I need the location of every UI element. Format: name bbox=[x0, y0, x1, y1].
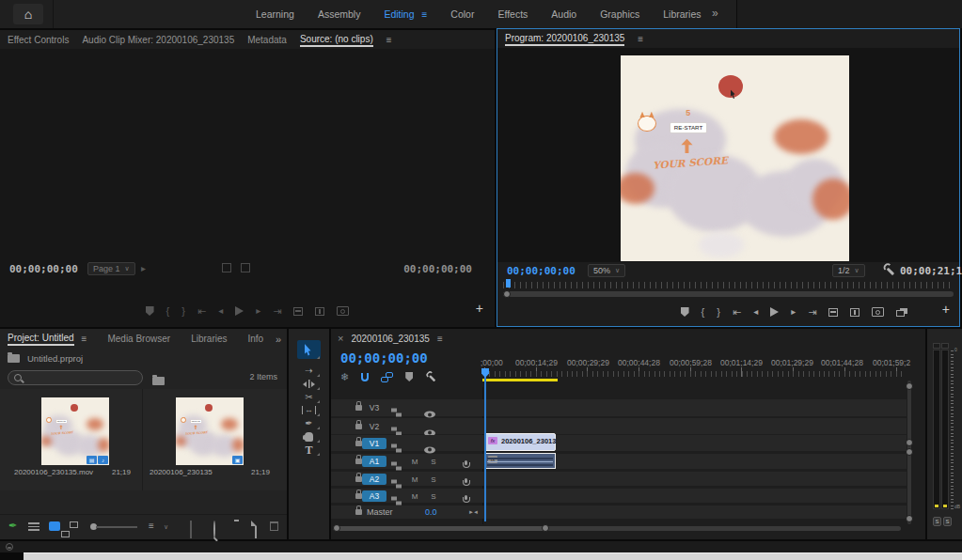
sync-lock-icon[interactable] bbox=[391, 427, 402, 435]
sync-lock-icon[interactable] bbox=[391, 496, 402, 505]
lock-icon[interactable] bbox=[355, 476, 362, 482]
step-forward-icon[interactable]: ▸ bbox=[791, 307, 796, 317]
source-current-timecode[interactable]: 00;00;00;00 bbox=[9, 263, 78, 275]
timeline-panel-menu-icon[interactable]: ≡ bbox=[437, 334, 443, 344]
solo-button[interactable]: S bbox=[429, 491, 438, 500]
lock-icon[interactable] bbox=[355, 424, 362, 429]
step-forward-icon[interactable]: ▸ bbox=[256, 306, 260, 316]
search-input[interactable] bbox=[8, 370, 143, 385]
mark-out-icon[interactable]: } bbox=[717, 307, 720, 318]
razor-tool-button[interactable]: ✂ bbox=[297, 391, 321, 403]
timeline-current-timecode[interactable]: 00;00;00;00 bbox=[340, 350, 428, 366]
close-icon[interactable]: × bbox=[338, 333, 343, 344]
source-panel-menu-icon[interactable]: ≡ bbox=[386, 35, 392, 45]
sync-lock-icon[interactable] bbox=[391, 462, 402, 471]
program-playhead[interactable] bbox=[506, 279, 511, 288]
timeline-tab[interactable]: × 20200106_230135 ≡ bbox=[331, 329, 443, 348]
clip-name-label[interactable]: 20200106_230135.mov bbox=[14, 468, 93, 476]
sync-lock-icon[interactable] bbox=[391, 443, 402, 452]
project-item-movie[interactable]: RE-START YOUR SCORE ▤ ♪ 20200106_230135.… bbox=[0, 389, 143, 490]
program-button-editor-add[interactable]: + bbox=[942, 302, 950, 317]
mute-button[interactable]: M bbox=[410, 458, 419, 466]
vscroll-handle[interactable] bbox=[906, 439, 913, 446]
solo-button[interactable]: S bbox=[429, 458, 438, 466]
program-scrollbar[interactable] bbox=[503, 291, 954, 297]
workspace-tab-editing[interactable]: Editing bbox=[384, 8, 414, 20]
mark-in-icon[interactable]: { bbox=[166, 306, 170, 317]
workspace-tab-color[interactable]: Color bbox=[450, 8, 474, 20]
hscroll-handle-left[interactable] bbox=[333, 524, 340, 532]
fit-icon[interactable]: ►◄ bbox=[468, 509, 478, 515]
tab-audio-clip-mixer[interactable]: Audio Clip Mixer: 20200106_230135 bbox=[82, 35, 234, 45]
selection-tool-button[interactable] bbox=[297, 340, 321, 359]
pen-tool-button[interactable]: ✒ bbox=[297, 417, 321, 429]
vscroll-handle[interactable] bbox=[906, 515, 913, 522]
program-current-timecode[interactable]: 00;00;00;00 bbox=[507, 265, 576, 277]
export-frame-icon[interactable] bbox=[337, 306, 349, 316]
voiceover-record-icon[interactable] bbox=[462, 460, 470, 470]
project-item-sequence[interactable]: RE-START YOUR SCORE ▣ 20200106_230135 21… bbox=[143, 389, 285, 490]
source-page-selector[interactable]: Page 1 ∨ bbox=[87, 262, 135, 275]
workspace-tab-assembly[interactable]: Assembly bbox=[318, 8, 361, 20]
new-item-icon[interactable] bbox=[255, 521, 257, 538]
track-target-a2[interactable]: A2 bbox=[362, 474, 386, 485]
hand-tool-button[interactable] bbox=[297, 430, 321, 443]
program-zoom-select[interactable]: 50% ∨ bbox=[588, 264, 625, 277]
add-marker-icon[interactable] bbox=[681, 307, 689, 317]
timeline-settings-icon[interactable] bbox=[424, 369, 439, 384]
list-view-button[interactable] bbox=[28, 521, 39, 531]
go-to-in-icon[interactable]: ⇤ bbox=[197, 306, 206, 317]
voiceover-record-icon[interactable] bbox=[462, 478, 470, 488]
step-back-icon[interactable]: ◂ bbox=[218, 306, 223, 316]
lock-icon[interactable] bbox=[355, 509, 362, 515]
timeline-video-clip[interactable]: fx 20200106_23013 bbox=[484, 433, 556, 451]
vscroll-handle[interactable] bbox=[906, 382, 913, 390]
overwrite-icon[interactable] bbox=[315, 307, 324, 316]
workspace-tab-graphics[interactable]: Graphics bbox=[600, 8, 639, 20]
program-scrollbar-handle[interactable] bbox=[503, 290, 511, 298]
tab-effect-controls[interactable]: Effect Controls bbox=[8, 35, 69, 45]
type-tool-button[interactable]: T bbox=[297, 443, 321, 456]
workspace-menu-icon[interactable]: ≡ bbox=[422, 9, 428, 20]
delete-icon[interactable] bbox=[270, 521, 278, 531]
track-target-a1[interactable]: A1 bbox=[362, 456, 386, 467]
step-back-icon[interactable]: ◂ bbox=[753, 307, 758, 317]
tab-project[interactable]: Project: Untitled bbox=[8, 333, 74, 344]
master-pan-value[interactable]: 0.0 bbox=[425, 507, 437, 517]
workspace-tab-libraries[interactable]: Libraries bbox=[663, 8, 701, 20]
breadcrumb-label[interactable]: Untitled.prproj bbox=[27, 353, 83, 364]
insert-icon[interactable] bbox=[293, 307, 303, 316]
program-panel-menu-icon[interactable]: ≡ bbox=[638, 34, 643, 44]
zoom-slider-track[interactable] bbox=[96, 526, 137, 528]
timeline-horizontal-scrollbar[interactable] bbox=[333, 524, 901, 533]
workspace-tab-learning[interactable]: Learning bbox=[256, 8, 294, 20]
track-select-forward-tool-button[interactable]: ⇢ bbox=[297, 365, 321, 377]
program-time-ruler[interactable] bbox=[503, 282, 954, 288]
play-button-icon[interactable] bbox=[770, 307, 779, 317]
track-target-v2[interactable]: V2 bbox=[362, 421, 386, 432]
sequence-name-label[interactable]: 20200106_230135 bbox=[150, 468, 213, 476]
lock-icon[interactable] bbox=[355, 441, 362, 446]
timeline-audio-clip[interactable]: fx bbox=[484, 453, 556, 469]
lift-icon[interactable] bbox=[828, 308, 838, 317]
tab-metadata[interactable]: Metadata bbox=[247, 35, 287, 45]
export-frame-icon[interactable] bbox=[872, 307, 884, 317]
voiceover-record-icon[interactable] bbox=[462, 495, 470, 505]
home-button[interactable]: ⌂ bbox=[13, 4, 43, 24]
search-in-bin-icon[interactable] bbox=[152, 377, 165, 385]
tab-info[interactable]: Info bbox=[248, 334, 264, 344]
sync-lock-icon[interactable] bbox=[391, 409, 402, 417]
sequence-thumbnail[interactable]: RE-START YOUR SCORE ▣ bbox=[176, 397, 244, 465]
lock-icon[interactable] bbox=[355, 405, 362, 411]
track-target-v1[interactable]: V1 bbox=[362, 438, 386, 449]
workspace-overflow-button[interactable]: » bbox=[712, 7, 718, 20]
automate-to-sequence-icon[interactable] bbox=[190, 521, 192, 538]
solo-button[interactable]: S bbox=[429, 474, 438, 483]
sort-chevron-icon[interactable]: ∨ bbox=[164, 523, 168, 531]
clip-thumbnail[interactable]: RE-START YOUR SCORE ▤ ♪ bbox=[41, 397, 109, 465]
extract-icon[interactable] bbox=[850, 308, 859, 317]
time-ruler[interactable]: ;00;00 00;00;14;29 00;00;29;29 00;00;44;… bbox=[484, 355, 907, 383]
project-panel-menu-icon[interactable]: ≡ bbox=[82, 334, 87, 344]
source-play-proxy-icon[interactable]: ▸ bbox=[141, 264, 146, 273]
toggle-track-output-icon[interactable] bbox=[424, 446, 435, 453]
